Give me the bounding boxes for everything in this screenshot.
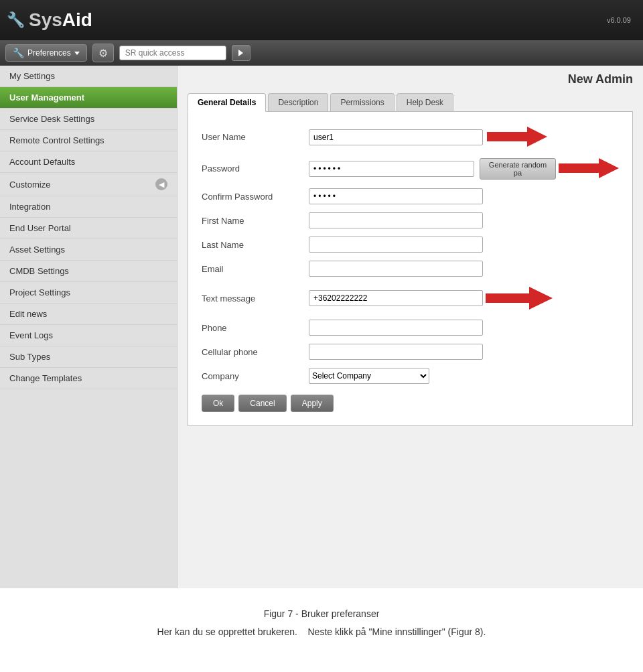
- sidebar-item-my-settings[interactable]: My Settings: [0, 66, 177, 87]
- phone-label: Phone: [202, 323, 309, 333]
- preferences-label: Preferences: [27, 48, 71, 58]
- form-row-username: User Name: [202, 125, 619, 149]
- form-row-email: Email: [202, 261, 619, 277]
- generate-random-password-button[interactable]: Generate random pa: [480, 158, 556, 180]
- logo: 🔧 SysAid: [7, 9, 92, 31]
- sidebar-item-label: Edit news: [9, 309, 47, 319]
- cellular-phone-input[interactable]: [309, 344, 483, 360]
- apply-button[interactable]: Apply: [291, 395, 334, 412]
- password-input[interactable]: [309, 161, 474, 177]
- caption-title: Figur 7 - Bruker preferanser: [13, 608, 630, 619]
- form-panel: User Name Password Generate random pa: [188, 111, 633, 426]
- first-name-label: First Name: [202, 216, 309, 226]
- form-row-first-name: First Name: [202, 212, 619, 228]
- last-name-label: Last Name: [202, 240, 309, 250]
- password-label: Password: [202, 163, 309, 174]
- logo-aid: Aid: [62, 9, 92, 31]
- text-message-label: Text message: [202, 293, 309, 304]
- version-label: v6.0.09: [607, 16, 636, 24]
- sidebar-item-event-logs[interactable]: Event Logs: [0, 325, 177, 346]
- sr-quick-access-input[interactable]: [119, 46, 226, 60]
- preferences-button[interactable]: 🔧 Preferences: [5, 44, 87, 62]
- sidebar-item-user-management[interactable]: User Management: [0, 87, 177, 109]
- confirm-password-label: Confirm Password: [202, 192, 309, 202]
- sidebar-collapse-icon: ◀: [155, 178, 167, 190]
- sidebar-item-customize[interactable]: Customize ◀: [0, 173, 177, 196]
- phone-input[interactable]: [309, 320, 483, 336]
- sr-go-button[interactable]: [232, 45, 251, 61]
- email-label: Email: [202, 264, 309, 274]
- sidebar-item-label: CMDB Settings: [9, 266, 69, 276]
- sidebar-item-change-templates[interactable]: Change Templates: [0, 368, 177, 389]
- header: 🔧 SysAid v6.0.09: [0, 0, 643, 40]
- sidebar: My Settings User Management Service Desk…: [0, 66, 177, 588]
- sidebar-item-integration[interactable]: Integration: [0, 196, 177, 218]
- sidebar-item-edit-news[interactable]: Edit news: [0, 304, 177, 325]
- arrow-annotation-username: [487, 125, 547, 149]
- company-label: Company: [202, 371, 309, 381]
- form-row-phone: Phone: [202, 320, 619, 336]
- sidebar-item-label: Event Logs: [9, 330, 53, 340]
- toolbar: 🔧 Preferences ⚙: [0, 40, 643, 66]
- form-row-confirm-password: Confirm Password: [202, 188, 619, 204]
- sidebar-item-label: User Management: [9, 92, 84, 103]
- username-input[interactable]: [309, 129, 483, 145]
- sidebar-item-asset-settings[interactable]: Asset Settings: [0, 239, 177, 261]
- sidebar-item-remote-control-settings[interactable]: Remote Control Settings: [0, 130, 177, 151]
- ok-button[interactable]: Ok: [202, 395, 234, 412]
- svg-marker-2: [486, 287, 553, 310]
- wrench-icon: 🔧: [13, 48, 24, 58]
- sidebar-item-label: Sub Types: [9, 352, 50, 362]
- sidebar-item-label: My Settings: [9, 71, 55, 81]
- content-area: New Admin General Details Description Pe…: [177, 66, 643, 588]
- text-message-input[interactable]: [309, 290, 483, 306]
- svg-marker-0: [487, 127, 547, 147]
- logo-wrench-icon: 🔧: [7, 11, 25, 29]
- tab-bar: General Details Description Permissions …: [188, 93, 633, 112]
- arrow-annotation-text-message: [486, 285, 553, 312]
- tab-permissions[interactable]: Permissions: [330, 93, 394, 112]
- sidebar-item-label: Change Templates: [9, 373, 82, 383]
- caption-line1: Her kan du se opprettet brukeren. Neste …: [13, 624, 630, 639]
- caption-area: Figur 7 - Bruker preferanser Her kan du …: [0, 588, 643, 646]
- cellular-phone-label: Cellular phone: [202, 347, 309, 357]
- tab-description[interactable]: Description: [268, 93, 328, 112]
- sidebar-item-label: Project Settings: [9, 287, 70, 297]
- form-row-text-message: Text message: [202, 285, 619, 312]
- sidebar-item-label: Integration: [9, 202, 50, 212]
- form-row-company: Company Select Company: [202, 368, 619, 384]
- sidebar-item-label: Service Desk Settings: [9, 114, 94, 124]
- form-row-cellular-phone: Cellular phone: [202, 344, 619, 360]
- sidebar-item-sub-types[interactable]: Sub Types: [0, 346, 177, 368]
- company-select[interactable]: Select Company: [309, 368, 429, 384]
- sidebar-item-label: Asset Settings: [9, 245, 65, 255]
- main-container: My Settings User Management Service Desk…: [0, 66, 643, 588]
- gear-icon: ⚙: [98, 47, 108, 60]
- form-row-password: Password Generate random pa: [202, 157, 619, 180]
- username-label: User Name: [202, 132, 309, 142]
- last-name-input[interactable]: [309, 237, 483, 253]
- sidebar-item-end-user-portal[interactable]: End User Portal: [0, 218, 177, 239]
- sidebar-item-service-desk-settings[interactable]: Service Desk Settings: [0, 109, 177, 130]
- page-title: New Admin: [188, 72, 633, 86]
- first-name-input[interactable]: [309, 212, 483, 228]
- gear-button[interactable]: ⚙: [92, 44, 114, 62]
- sidebar-item-label: Customize: [9, 180, 50, 190]
- sidebar-item-project-settings[interactable]: Project Settings: [0, 282, 177, 304]
- cancel-button[interactable]: Cancel: [238, 395, 286, 412]
- confirm-password-input[interactable]: [309, 188, 483, 204]
- sidebar-item-cmdb-settings[interactable]: CMDB Settings: [0, 261, 177, 282]
- dropdown-arrow-icon: [74, 52, 80, 55]
- email-input[interactable]: [309, 261, 483, 277]
- sidebar-item-label: Account Defaults: [9, 157, 75, 167]
- go-arrow-icon: [238, 50, 243, 56]
- logo-sys: Sys: [29, 9, 62, 31]
- form-row-last-name: Last Name: [202, 237, 619, 253]
- svg-marker-1: [559, 158, 619, 178]
- action-buttons: Ok Cancel Apply: [202, 395, 619, 412]
- sidebar-item-account-defaults[interactable]: Account Defaults: [0, 151, 177, 173]
- arrow-annotation-password: [559, 157, 619, 180]
- tab-help-desk[interactable]: Help Desk: [397, 93, 453, 112]
- sidebar-item-label: Remote Control Settings: [9, 135, 104, 145]
- tab-general-details[interactable]: General Details: [188, 93, 266, 112]
